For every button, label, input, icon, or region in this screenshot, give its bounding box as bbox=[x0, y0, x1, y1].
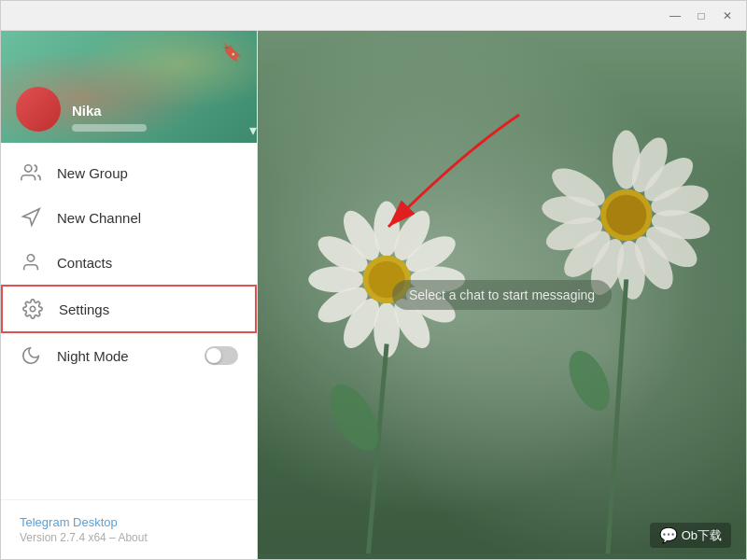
username: Nika bbox=[72, 103, 242, 119]
toggle-switch[interactable] bbox=[204, 346, 238, 365]
title-bar: — □ ✕ bbox=[1, 1, 746, 31]
user-phone-placeholder bbox=[72, 124, 147, 132]
sidebar-header: 🔖 Nika ▾ bbox=[1, 31, 257, 143]
contacts-label: Contacts bbox=[57, 255, 112, 271]
person-icon bbox=[20, 251, 42, 273]
user-info: Nika bbox=[72, 103, 242, 132]
new-channel-label: New Channel bbox=[57, 210, 141, 226]
avatar bbox=[16, 87, 61, 132]
maximize-button[interactable]: □ bbox=[690, 7, 712, 25]
new-group-label: New Group bbox=[57, 165, 128, 181]
svg-point-0 bbox=[25, 165, 32, 172]
sidebar-item-new-channel[interactable]: New Channel bbox=[1, 195, 257, 240]
sidebar-footer: Telegram Desktop Version 2.7.4 x64 – Abo… bbox=[1, 499, 257, 559]
users-icon bbox=[20, 161, 42, 184]
app-window: — □ ✕ 🔖 Nika ▾ bbox=[0, 0, 747, 560]
megaphone-icon bbox=[20, 206, 42, 229]
sidebar-item-night-mode[interactable]: Night Mode bbox=[1, 333, 257, 378]
version-text: Version 2.7.4 x64 – About bbox=[20, 531, 238, 544]
svg-point-1 bbox=[27, 255, 34, 261]
close-button[interactable]: ✕ bbox=[716, 7, 739, 25]
minimize-button[interactable]: — bbox=[664, 7, 686, 25]
select-chat-placeholder: Select a chat to start messaging bbox=[392, 280, 612, 310]
dropdown-arrow-icon[interactable]: ▾ bbox=[249, 121, 257, 139]
sidebar: 🔖 Nika ▾ bbox=[1, 31, 258, 559]
wechat-icon: 💬 bbox=[659, 526, 678, 544]
night-mode-toggle[interactable] bbox=[204, 346, 238, 365]
sidebar-item-contacts[interactable]: Contacts bbox=[1, 240, 257, 285]
watermark: 💬 Ob下载 bbox=[650, 523, 731, 548]
app-name: Telegram Desktop bbox=[20, 515, 238, 529]
app-body: 🔖 Nika ▾ bbox=[1, 31, 746, 559]
watermark-text: Ob下载 bbox=[682, 527, 722, 544]
menu-list: New Group New Channel bbox=[1, 143, 257, 499]
svg-point-2 bbox=[30, 306, 35, 312]
chat-background: Select a chat to start messaging bbox=[258, 31, 746, 559]
sidebar-item-new-group[interactable]: New Group bbox=[1, 150, 257, 195]
bookmark-icon: 🔖 bbox=[221, 42, 242, 63]
sidebar-item-settings[interactable]: Settings bbox=[1, 285, 257, 333]
settings-label: Settings bbox=[59, 301, 109, 317]
main-panel: Select a chat to start messaging 💬 Ob下载 bbox=[258, 31, 746, 559]
gear-icon bbox=[21, 298, 44, 320]
svg-point-32 bbox=[606, 195, 646, 235]
window-controls: — □ ✕ bbox=[664, 7, 739, 25]
night-mode-label: Night Mode bbox=[57, 348, 129, 364]
moon-icon bbox=[20, 344, 42, 367]
